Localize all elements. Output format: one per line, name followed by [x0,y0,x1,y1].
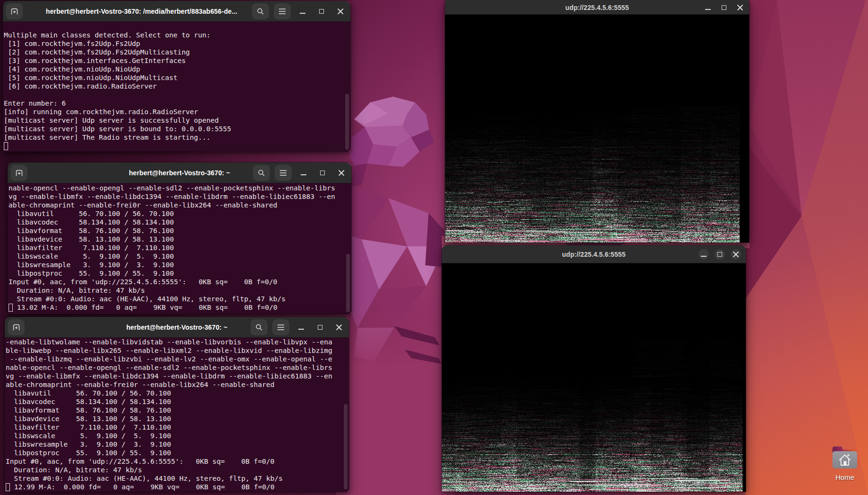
new-tab-icon [12,324,20,332]
ffplay-window-bottom[interactable]: udp://225.4.5.6:5555 [442,245,746,492]
video1-content[interactable] [445,15,749,243]
video2-spectrum-noise [442,263,746,492]
terminal-status-line: 13.02 M-A: 0.000 fd= 0 aq= 9KB vq= 0KB s… [8,303,351,312]
search-icon [257,8,264,15]
close-button[interactable] [735,2,745,13]
search-button[interactable] [252,3,269,19]
hamburger-menu-icon [278,8,286,15]
minimize-icon [701,256,707,257]
terminal2-scrollbar-thumb[interactable] [346,254,350,312]
close-icon [733,251,739,258]
minimize-button[interactable] [698,249,709,260]
maximize-icon [320,171,325,175]
video1-title: udp://225.4.5.6:5555 [565,4,629,11]
new-tab-button[interactable] [10,165,27,181]
maximize-button[interactable] [719,2,729,13]
minimize-icon [300,13,305,14]
maximize-icon [717,252,722,257]
window-controls [252,3,348,19]
minimize-icon [301,174,306,175]
terminal-status-line: 12.99 M-A: 0.000 fd= 0 aq= 9KB vq= 0KB s… [5,483,349,491]
search-button[interactable] [253,165,270,181]
video1-spectrum-noise [445,15,749,243]
maximize-button[interactable] [315,166,330,180]
video2-titlebar[interactable]: udp://225.4.5.6:5555 [442,245,746,263]
new-tab-icon [10,8,18,16]
terminal3-content[interactable]: -enable-libtwolame --enable-libvidstab -… [5,338,349,492]
terminal3-text: -enable-libtwolame --enable-libvidstab -… [5,338,349,483]
terminal3-title: herbert@herbert-Vostro-3670: ~ [126,324,228,331]
home-folder-glyph [831,444,859,470]
maximize-icon [722,5,726,10]
menu-button[interactable] [274,3,291,19]
ffplay-window-top[interactable]: udp://225.4.5.6:5555 [445,0,749,243]
minimize-button[interactable] [294,320,308,334]
terminal-status-line [3,142,350,150]
terminal1-titlebar[interactable]: herbert@herbert-Vostro-3670: /media/herb… [3,1,350,22]
menu-button[interactable] [272,319,289,335]
close-icon [336,324,342,331]
new-tab-icon [15,169,23,177]
terminal3-scrollbar-thumb[interactable] [344,404,348,489]
terminal-window-ffplay-1[interactable]: herbert@herbert-Vostro-3670: ~ [8,162,351,314]
close-icon [737,4,743,11]
maximize-button[interactable] [715,249,725,260]
menu-button[interactable] [275,165,292,181]
terminal2-cursor [9,304,13,312]
hamburger-menu-icon [277,324,285,331]
home-folder-icon[interactable]: Home [828,444,862,481]
new-tab-button[interactable] [6,3,23,19]
video2-title: udp://225.4.5.6:5555 [562,251,626,258]
minimize-icon [298,329,304,330]
window-controls [253,165,349,181]
minimize-button[interactable] [295,4,310,18]
maximize-icon [318,325,322,330]
home-folder-label: Home [828,473,862,481]
video1-titlebar[interactable]: udp://225.4.5.6:5555 [445,0,749,15]
maximize-icon [319,9,324,14]
minimize-button[interactable] [703,2,713,13]
window-controls [703,2,745,13]
close-button[interactable] [332,320,346,334]
window-controls [698,249,741,260]
hamburger-menu-icon [279,170,287,176]
terminal-window-ffplay-2[interactable]: herbert@herbert-Vostro-3670: ~ [5,317,349,492]
close-icon [337,8,344,15]
new-tab-button[interactable] [8,319,25,335]
search-icon [258,169,265,177]
terminal1-scrollbar-thumb[interactable] [345,94,349,150]
terminal-status-text: 13.02 M-A: 0.000 fd= 0 aq= 9KB vq= 0KB s… [13,303,277,312]
terminal2-title: herbert@herbert-Vostro-3670: ~ [129,169,230,177]
terminal2-content[interactable]: nable-opencl --enable-opengl --enable-sd… [8,183,351,314]
minimize-icon [705,9,711,10]
terminal2-text: nable-opencl --enable-opengl --enable-sd… [8,183,351,303]
search-icon [255,324,263,331]
close-icon [338,170,345,176]
maximize-button[interactable] [314,4,329,18]
close-button[interactable] [731,249,741,260]
video2-content[interactable] [442,263,746,492]
search-button[interactable] [251,319,268,335]
minimize-button[interactable] [296,166,311,180]
close-button[interactable] [333,4,348,18]
desktop: herbert@herbert-Vostro-3670: /media/herb… [0,0,868,495]
terminal2-titlebar[interactable]: herbert@herbert-Vostro-3670: ~ [8,162,351,183]
terminal1-title: herbert@herbert-Vostro-3670: /media/herb… [46,8,237,15]
terminal3-titlebar[interactable]: herbert@herbert-Vostro-3670: ~ [5,317,349,338]
terminal-window-radio-server[interactable]: herbert@herbert-Vostro-3670: /media/herb… [3,1,350,152]
window-controls [251,319,346,335]
terminal1-content[interactable]: Multiple main classes detected. Select o… [3,22,350,152]
terminal3-cursor [6,483,10,491]
close-button[interactable] [334,166,349,180]
maximize-button[interactable] [313,320,327,334]
terminal1-text: Multiple main classes detected. Select o… [3,22,350,142]
terminal1-cursor [4,142,8,150]
terminal-status-text: 12.99 M-A: 0.000 fd= 0 aq= 9KB vq= 0KB s… [10,483,275,491]
